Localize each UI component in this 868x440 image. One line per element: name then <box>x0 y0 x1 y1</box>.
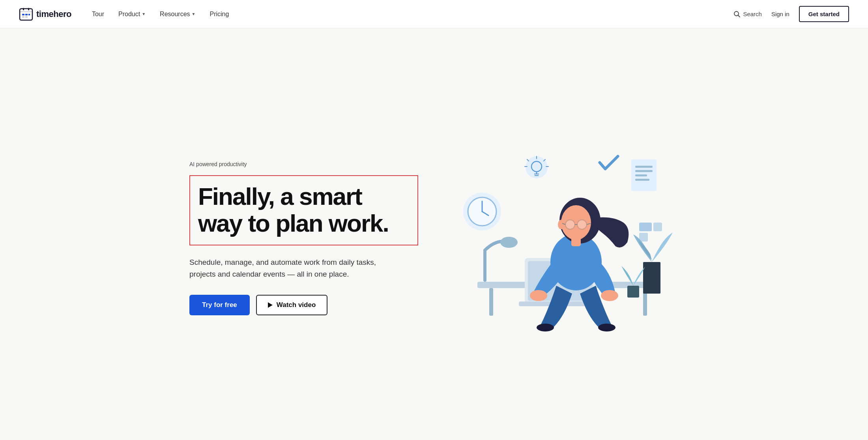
signin-link[interactable]: Sign in <box>771 11 789 17</box>
chevron-down-icon: ▼ <box>192 12 196 16</box>
svg-rect-2 <box>23 8 24 10</box>
svg-rect-7 <box>22 16 24 18</box>
nav-link-product[interactable]: Product ▼ <box>118 11 146 18</box>
svg-rect-6 <box>28 14 30 15</box>
nav-right: Search Sign in Get started <box>733 6 849 22</box>
logo-link[interactable]: timehero <box>19 7 71 21</box>
nav-item-product[interactable]: Product ▼ <box>118 11 146 18</box>
svg-point-44 <box>558 220 564 229</box>
svg-rect-30 <box>639 223 652 231</box>
hero-title: Finally, a smart way to plan work. <box>198 183 410 237</box>
svg-rect-23 <box>635 170 653 172</box>
svg-rect-24 <box>635 174 647 176</box>
hero-subtitle: Schedule, manage, and automate work from… <box>189 257 379 280</box>
nav-item-pricing[interactable]: Pricing <box>210 11 229 18</box>
svg-rect-3 <box>28 8 29 10</box>
hero-content: AI powered productivity Finally, a smart… <box>158 28 710 440</box>
svg-rect-22 <box>635 166 653 168</box>
nav-item-resources[interactable]: Resources ▼ <box>160 11 195 18</box>
hero-left: AI powered productivity Finally, a smart… <box>189 161 418 315</box>
hero-illustration <box>442 140 679 337</box>
chevron-down-icon: ▼ <box>142 12 146 16</box>
get-started-button[interactable]: Get started <box>799 6 849 22</box>
svg-rect-4 <box>22 14 24 15</box>
svg-rect-36 <box>483 250 486 282</box>
svg-point-53 <box>537 324 554 331</box>
svg-rect-34 <box>489 288 493 316</box>
hero-svg-illustration <box>446 144 675 333</box>
svg-point-51 <box>530 290 547 301</box>
svg-line-10 <box>738 15 740 17</box>
nav-links: Tour Product ▼ Resources ▼ Pricing <box>92 11 229 18</box>
logo-icon <box>19 7 33 21</box>
svg-point-46 <box>577 220 587 229</box>
search-button[interactable]: Search <box>733 11 762 18</box>
svg-rect-8 <box>25 16 28 18</box>
search-icon <box>733 11 741 18</box>
svg-point-45 <box>565 220 575 229</box>
watch-video-button[interactable]: Watch video <box>256 295 328 315</box>
svg-point-54 <box>598 324 615 331</box>
svg-point-11 <box>526 156 548 178</box>
search-label: Search <box>743 11 762 17</box>
play-icon <box>268 302 273 308</box>
nav-link-resources[interactable]: Resources ▼ <box>160 11 195 18</box>
nav-link-pricing[interactable]: Pricing <box>210 11 229 18</box>
svg-point-52 <box>601 290 618 301</box>
svg-rect-50 <box>571 238 581 246</box>
svg-rect-25 <box>635 179 649 181</box>
nav-link-tour[interactable]: Tour <box>92 11 104 18</box>
try-for-free-button[interactable]: Try for free <box>189 295 250 315</box>
svg-rect-5 <box>25 14 28 15</box>
svg-rect-56 <box>627 286 639 298</box>
navbar: timehero Tour Product ▼ Resources ▼ Pric… <box>0 0 868 28</box>
svg-rect-55 <box>643 262 660 294</box>
hero-title-box: Finally, a smart way to plan work. <box>189 175 418 245</box>
svg-point-37 <box>500 237 518 248</box>
hero-section: AI powered productivity Finally, a smart… <box>0 28 868 440</box>
nav-item-tour[interactable]: Tour <box>92 11 104 18</box>
hero-buttons: Try for free Watch video <box>189 295 418 315</box>
svg-rect-1 <box>20 11 32 12</box>
svg-line-18 <box>527 159 529 161</box>
hero-badge: AI powered productivity <box>189 161 418 167</box>
svg-rect-31 <box>653 223 662 231</box>
logo-text: timehero <box>36 9 71 19</box>
